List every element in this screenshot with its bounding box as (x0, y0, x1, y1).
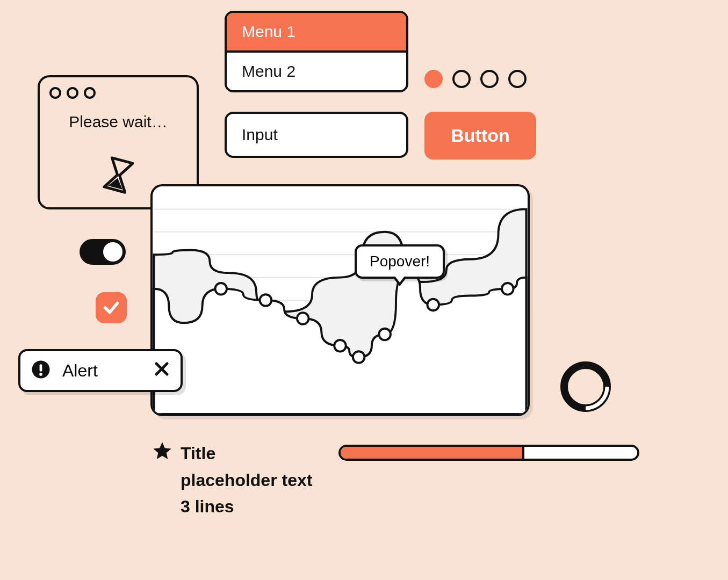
loading-spinner-icon (559, 360, 612, 414)
page-dot-3[interactable] (480, 70, 499, 88)
title-line-2: placeholder text (181, 467, 312, 494)
svg-point-16 (502, 283, 514, 295)
window-controls (49, 87, 187, 99)
chart-svg (153, 186, 528, 414)
alert-toast: Alert (18, 349, 183, 392)
pagination (424, 70, 527, 88)
window-dot (67, 87, 78, 99)
popover: Popover! (355, 244, 445, 279)
window-dot (49, 87, 61, 99)
page-dot-4[interactable] (508, 70, 527, 88)
page-dot-2[interactable] (452, 70, 471, 88)
primary-button[interactable]: Button (424, 112, 536, 160)
alert-icon (31, 360, 51, 381)
svg-point-12 (334, 340, 346, 352)
progress-bar (338, 445, 639, 461)
svg-rect-19 (40, 364, 42, 372)
loading-text: Please wait… (49, 113, 187, 131)
checkbox[interactable] (96, 292, 127, 323)
page-dot-1[interactable] (424, 70, 443, 88)
menu: Menu 1 Menu 2 (225, 11, 408, 92)
title-line-3: 3 lines (181, 494, 312, 520)
text-input[interactable]: Input (225, 112, 408, 158)
menu-item-2[interactable]: Menu 2 (227, 53, 406, 90)
alert-text: Alert (62, 361, 142, 381)
hourglass-icon (100, 155, 136, 197)
title-text: Title placeholder text 3 lines (181, 440, 312, 520)
progress-fill (341, 447, 524, 459)
title-block: Title placeholder text 3 lines (152, 440, 312, 520)
svg-point-11 (297, 313, 309, 324)
svg-point-14 (379, 329, 391, 340)
close-icon[interactable] (154, 360, 170, 381)
toggle-knob (103, 242, 122, 262)
menu-item-1[interactable]: Menu 1 (227, 13, 406, 53)
svg-point-15 (427, 299, 439, 311)
chart-panel (150, 184, 530, 416)
svg-point-10 (260, 294, 272, 306)
check-icon (102, 299, 120, 317)
title-line-1: Title (181, 440, 312, 467)
toggle-switch[interactable] (80, 239, 126, 265)
svg-point-13 (353, 351, 365, 363)
svg-point-20 (39, 373, 42, 376)
svg-point-9 (215, 283, 227, 295)
star-icon (152, 440, 173, 464)
window-dot (84, 87, 96, 99)
